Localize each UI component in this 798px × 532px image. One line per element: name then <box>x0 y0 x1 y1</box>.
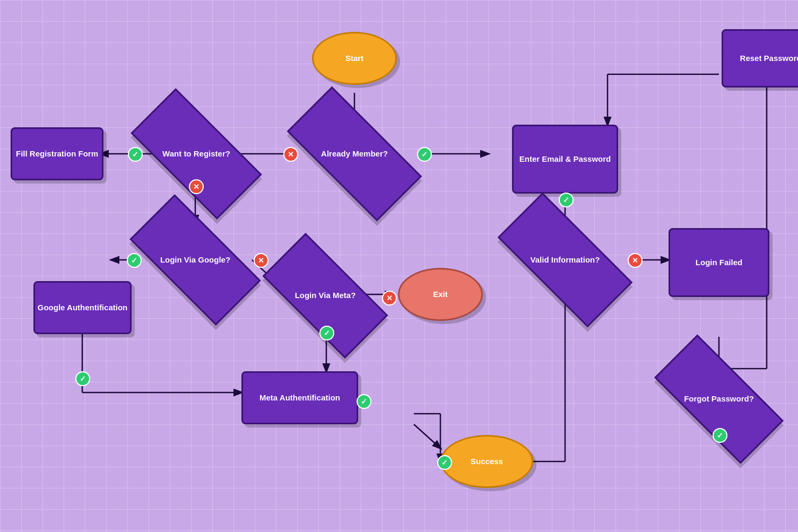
valid-info-label: Valid Information? <box>531 255 600 265</box>
login-meta-node: Login Via Meta? <box>267 265 384 326</box>
already-member-no-badge: ✕ <box>283 147 298 162</box>
forgot-password-label: Forgot Password? <box>684 394 754 404</box>
forgot-password-node: Forgot Password? <box>658 369 780 430</box>
valid-info-node: Valid Information? <box>501 228 629 292</box>
login-failed-node: Login Failed <box>669 228 769 297</box>
fill-form-node: Fill Registration Form <box>11 127 103 180</box>
login-google-node: Login Via Google? <box>134 228 256 292</box>
start-label: Start <box>345 53 363 64</box>
meta-auth-node: Meta Authentification <box>241 371 358 424</box>
already-member-yes-badge: ✓ <box>417 147 432 162</box>
login-google-no-badge: ✕ <box>254 253 268 268</box>
fill-form-label: Fill Registration Form <box>16 149 98 159</box>
login-meta-label: Login Via Meta? <box>295 290 356 301</box>
login-meta-no-badge: ✕ <box>382 291 397 306</box>
exit-label: Exit <box>433 289 448 300</box>
want-register-label: Want to Register? <box>162 149 230 159</box>
enter-email-yes-badge: ✓ <box>559 193 574 207</box>
google-auth-label: Google Authentification <box>38 302 127 313</box>
meta-auth-label: Meta Authentification <box>259 393 340 403</box>
already-member-node: Already Member? <box>291 122 418 186</box>
exit-node: Exit <box>398 268 483 321</box>
valid-info-no-badge: ✕ <box>628 253 643 268</box>
already-member-label: Already Member? <box>321 149 388 159</box>
want-register-node: Want to Register? <box>135 122 257 186</box>
google-auth-yes-badge: ✓ <box>75 371 90 386</box>
success-check-badge: ✓ <box>437 455 452 470</box>
meta-auth-yes-badge: ✓ <box>357 394 371 409</box>
start-node: Start <box>312 32 397 85</box>
google-auth-node: Google Authentification <box>33 281 132 334</box>
login-failed-label: Login Failed <box>696 257 742 268</box>
want-register-yes-badge: ✓ <box>128 147 143 162</box>
success-label: Success <box>471 456 503 467</box>
success-node: Success <box>440 435 533 488</box>
enter-email-node: Enter Email & Password <box>512 125 618 194</box>
login-google-yes-badge: ✓ <box>127 253 142 268</box>
want-register-no-badge: ✕ <box>189 179 204 194</box>
reset-password-node: Reset Password <box>722 29 798 88</box>
enter-email-label: Enter Email & Password <box>519 154 611 164</box>
login-google-label: Login Via Google? <box>160 255 230 265</box>
forgot-password-yes-badge: ✓ <box>713 428 727 443</box>
svg-line-19 <box>414 424 440 448</box>
reset-password-label: Reset Password <box>740 53 798 64</box>
login-meta-yes-badge: ✓ <box>319 326 334 341</box>
